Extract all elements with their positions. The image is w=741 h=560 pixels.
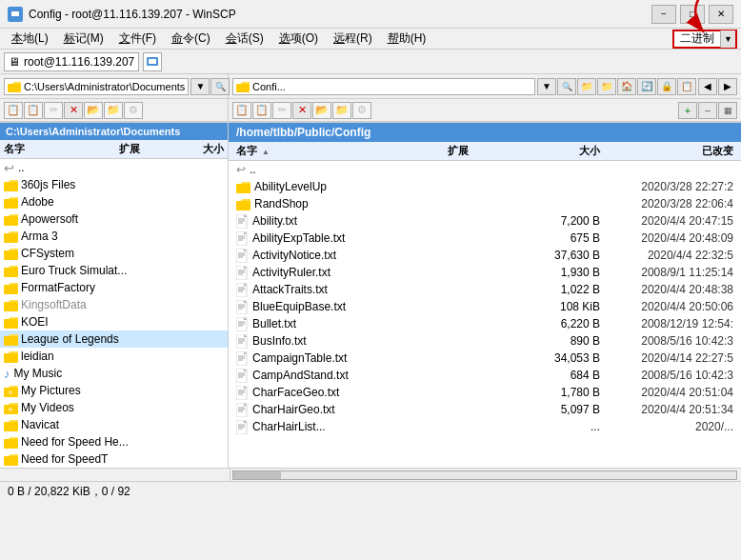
menu-local[interactable]: 本地(L)	[4, 29, 56, 49]
right-tb-btn7[interactable]: ⚙	[352, 102, 371, 119]
right-file-item[interactable]: CharHairGeo.txt5,097 B2020/4/4 20:51:34	[229, 401, 741, 418]
left-tree-item[interactable]: League of Legends	[0, 330, 228, 348]
minimize-button[interactable]: −	[651, 5, 676, 24]
right-btn6[interactable]: 📋	[677, 78, 696, 95]
right-tb-delete[interactable]: ✕	[292, 102, 311, 119]
right-path-dropdown-btn[interactable]: ▼	[537, 78, 556, 95]
right-h-scrollbar[interactable]	[232, 470, 737, 480]
svg-rect-23	[4, 422, 18, 431]
file-icon	[236, 420, 249, 434]
right-tb-btn6[interactable]: 📁	[332, 102, 351, 119]
binary-value: 二进制	[674, 30, 720, 47]
left-tree-item[interactable]: My Videos	[0, 399, 228, 416]
folder-icon	[4, 196, 18, 209]
left-tree-item[interactable]: My Pictures	[0, 382, 228, 399]
computer-icon: 🖥	[9, 55, 20, 69]
menu-remote[interactable]: 远程(R)	[326, 29, 380, 49]
right-tb-btn2[interactable]: 📋	[252, 102, 271, 119]
left-tree-item[interactable]: 360js Files	[0, 176, 228, 193]
left-path-filter-btn[interactable]: 🔍	[210, 78, 230, 95]
file-size: 684 B	[524, 369, 600, 382]
right-file-item[interactable]: CampAndStand.txt684 B2008/5/16 10:42:3	[229, 367, 741, 384]
svg-rect-18	[4, 353, 18, 363]
left-tree-item[interactable]: CFSystem	[0, 245, 228, 262]
left-tree-item[interactable]: Navicat	[0, 416, 228, 433]
folder-icon	[4, 316, 18, 329]
right-tb-btn1[interactable]: 📋	[232, 102, 251, 119]
menu-help[interactable]: 帮助(H)	[380, 29, 434, 49]
left-tb-btn1[interactable]: 📋	[4, 102, 23, 119]
left-tb-edit[interactable]: ✏	[44, 102, 63, 119]
right-btn3[interactable]: 🏠	[617, 78, 636, 95]
right-path-filter-btn[interactable]: 🔍	[557, 78, 576, 95]
right-file-item[interactable]: AttackTraits.txt1,022 B2020/4/4 20:48:38	[229, 281, 741, 298]
left-tb-btn7[interactable]: ⚙	[124, 102, 143, 119]
right-nav-prev[interactable]: ◀	[698, 78, 717, 95]
right-file-item[interactable]: ActivityRuler.txt1,930 B2008/9/1 11:25:1…	[229, 264, 741, 281]
right-tb-add[interactable]: +	[678, 102, 697, 119]
left-tree-item[interactable]: Need for Speed He...	[0, 433, 228, 450]
server-settings-btn[interactable]	[143, 52, 162, 71]
right-tb-filter2[interactable]: ▦	[718, 102, 737, 119]
left-tree-item[interactable]: Apowersoft	[0, 210, 228, 228]
right-tb-btn5[interactable]: 📂	[312, 102, 331, 119]
left-tree-item[interactable]: KOEI	[0, 313, 228, 330]
file-name: Bullet.txt	[252, 317, 448, 330]
file-size: 7,200 B	[524, 214, 600, 228]
right-file-item[interactable]: BusInfo.txt890 B2008/5/16 10:42:3	[229, 332, 741, 350]
left-tree-item[interactable]: ↩..	[0, 159, 228, 176]
left-tree-item[interactable]: Euro Truck Simulat...	[0, 262, 228, 279]
folder-icon	[4, 213, 18, 226]
left-tb-btn6[interactable]: 📁	[104, 102, 123, 119]
right-file-item[interactable]: CampaignTable.txt34,053 B2020/4/14 22:27…	[229, 350, 741, 367]
menu-command[interactable]: 命令(C)	[164, 29, 218, 49]
right-file-item[interactable]: CharHairList......2020/...	[229, 418, 741, 435]
right-nav-next[interactable]: ▶	[718, 78, 737, 95]
right-file-item[interactable]: ↩..	[229, 161, 741, 178]
right-file-item[interactable]: AbilityLevelUp2020/3/28 22:27:2	[229, 178, 741, 195]
right-file-item[interactable]: BlueEquipBase.txt108 KiB2020/4/4 20:50:0…	[229, 298, 741, 315]
left-tree-item[interactable]: FormatFactory	[0, 279, 228, 296]
left-tree-item[interactable]: Adobe	[0, 193, 228, 210]
menu-mark[interactable]: 标记(M)	[56, 29, 111, 49]
right-tb-minus[interactable]: −	[698, 102, 717, 119]
right-file-item[interactable]: ActivityNotice.txt37,630 B2020/4/4 22:32…	[229, 247, 741, 264]
file-size: 1,780 B	[524, 386, 600, 399]
left-tb-btn2[interactable]: 📋	[24, 102, 43, 119]
menu-options[interactable]: 选项(O)	[271, 29, 326, 49]
folder-icon	[4, 453, 18, 466]
left-path-dropdown-btn[interactable]: ▼	[190, 78, 210, 95]
right-btn2[interactable]: 📁	[597, 78, 616, 95]
panels-row: C:\Users\Administrator\Documents 名字 扩展 大…	[0, 123, 741, 468]
left-tree-item[interactable]: Need for SpeedT	[0, 450, 228, 468]
binary-dropdown-btn[interactable]: ▼	[720, 30, 735, 48]
right-file-item[interactable]: Ability.txt7,200 B2020/4/4 20:47:15	[229, 212, 741, 230]
file-name: CampaignTable.txt	[252, 351, 448, 365]
right-file-item[interactable]: RandShop2020/3/28 22:06:4	[229, 195, 741, 212]
binary-dropdown[interactable]: 二进制 ▼	[672, 30, 737, 49]
tree-item-label: League of Legends	[21, 332, 119, 346]
file-name: Ability.txt	[252, 214, 448, 228]
left-path-box: C:\Users\Administrator\Documents	[4, 78, 189, 95]
right-btn1[interactable]: 📁	[577, 78, 596, 95]
left-tb-delete[interactable]: ✕	[64, 102, 83, 119]
svg-rect-8	[4, 182, 18, 191]
left-tree-item[interactable]: ♪My Music	[0, 365, 228, 382]
right-file-item[interactable]: AbilityExpTable.txt675 B2020/4/4 20:48:0…	[229, 230, 741, 247]
right-btn4[interactable]: 🔄	[637, 78, 656, 95]
left-tree-item[interactable]: Arma 3	[0, 228, 228, 245]
menu-session[interactable]: 会话(S)	[218, 29, 271, 49]
server-toolbar: 🖥 root@11.116.139.207	[0, 50, 741, 74]
left-tb-btn5[interactable]: 📂	[84, 102, 103, 119]
folder-icon	[236, 198, 250, 210]
right-file-item[interactable]: CharFaceGeo.txt1,780 B2020/4/4 20:51:04	[229, 384, 741, 401]
right-file-item[interactable]: Bullet.txt6,220 B2008/12/19 12:54:	[229, 315, 741, 332]
left-tree-item[interactable]: KingsoftData	[0, 296, 228, 313]
file-date: 2008/5/16 10:42:3	[600, 334, 733, 348]
maximize-button[interactable]: □	[680, 5, 705, 24]
right-btn5[interactable]: 🔒	[657, 78, 676, 95]
right-tb-edit[interactable]: ✏	[272, 102, 291, 119]
close-button[interactable]: ✕	[709, 5, 733, 24]
menu-file[interactable]: 文件(F)	[111, 29, 164, 49]
left-tree-item[interactable]: leidian	[0, 348, 228, 365]
